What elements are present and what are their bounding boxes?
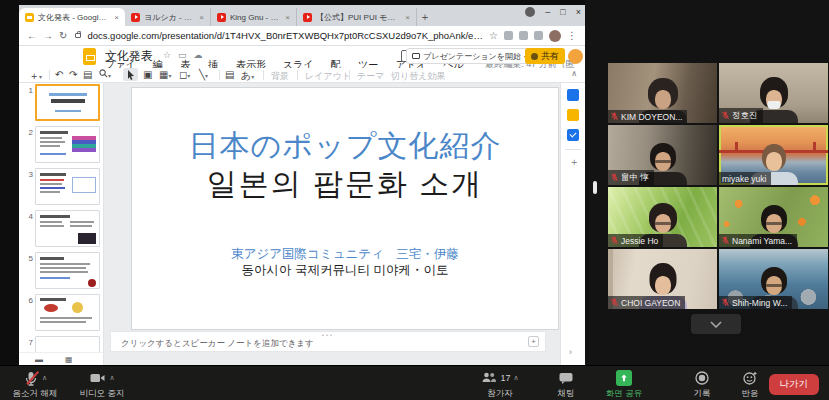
theme-button[interactable]: テーマ [357, 70, 384, 83]
slide-thumbnail-5[interactable] [35, 252, 100, 289]
reactions-button[interactable]: 반응 [730, 370, 770, 400]
keep-icon[interactable] [567, 109, 579, 121]
video-options-caret[interactable]: ∧ [109, 374, 114, 382]
participants-options-caret[interactable]: ∧ [513, 374, 518, 382]
slide-thumbnail-6[interactable] [35, 294, 100, 331]
tab-youtube-3[interactable]: 【公式】PUI PUI モルカー 第1話 × [297, 8, 417, 26]
window-close-button[interactable]: × [576, 7, 581, 17]
forward-icon[interactable]: → [43, 30, 53, 41]
glasses [765, 284, 782, 288]
slides-doc-icon[interactable] [83, 48, 96, 65]
bookmark-star-icon[interactable]: ☆ [489, 30, 498, 41]
record-button[interactable]: 기록 [682, 370, 722, 400]
share-screen-button[interactable]: 화면 공유 [596, 370, 652, 400]
tab-close-icon[interactable]: × [114, 13, 119, 22]
unmute-button[interactable]: ∧ 음소거 해제 [6, 370, 64, 400]
reactions-icon [742, 370, 758, 386]
participant-tile-active-speaker[interactable]: miyake yuki [719, 125, 828, 185]
tasks-icon[interactable] [567, 129, 579, 141]
tab-youtube-2[interactable]: King Gnu - 三文小説 - YouTube × [211, 8, 297, 26]
leave-meeting-button[interactable]: 나가기 [769, 374, 820, 395]
participant-tile[interactable]: KIM DOYEON... [608, 63, 717, 123]
camera-icon [89, 370, 106, 386]
text-style-icon[interactable]: あ▾ [241, 69, 254, 83]
extension-icon[interactable] [504, 31, 513, 40]
speaker-notes[interactable]: ••• クリックするとスピーカー ノートを追加できます + [110, 331, 546, 352]
workspace-side-rail: ＋ › [560, 83, 585, 365]
extension-icon[interactable] [534, 31, 543, 40]
chat-button[interactable]: 채팅 [546, 370, 586, 400]
participant-tile[interactable]: Jessie Ho [608, 187, 717, 247]
tab-close-icon[interactable]: × [405, 13, 410, 22]
slide-title-korean[interactable]: 일본의 팝문화 소개 [132, 164, 558, 205]
participant-tile[interactable]: Nanami Yama... [719, 187, 828, 247]
participant-name: Jessie Ho [621, 236, 658, 246]
textbox-tool-icon[interactable]: ▣ [143, 69, 152, 80]
notes-drag-handle[interactable]: ••• [322, 332, 334, 338]
grid-view-icon[interactable]: ▦ [65, 355, 73, 364]
slide-thumbnail-4[interactable] [35, 210, 100, 247]
image-tool-icon[interactable]: ▦▾ [159, 69, 171, 80]
comment-tool-icon[interactable]: ▤ [225, 69, 234, 80]
hide-panel-icon[interactable]: › [569, 347, 572, 357]
presentation-icon [412, 53, 420, 59]
google-slides-icon [25, 13, 34, 22]
face-mask [767, 101, 780, 109]
slide-subtitle-korean[interactable]: 동아시아 국제커뮤니티 미야케・이토 [132, 262, 558, 279]
tab-close-icon[interactable]: × [285, 13, 290, 22]
muted-mic-icon [722, 236, 729, 245]
url-text[interactable]: docs.google.com/presentation/d/1T4HVX_B0… [87, 30, 483, 41]
slide-number: 4 [23, 212, 33, 221]
mic-options-caret[interactable]: ∧ [42, 374, 47, 382]
muted-mic-icon [611, 112, 618, 121]
back-icon[interactable]: ← [27, 30, 37, 41]
calendar-icon[interactable] [567, 89, 579, 101]
reload-icon[interactable]: ↻ [59, 30, 67, 41]
participant-tile[interactable]: Shih-Ming W... [719, 249, 828, 309]
tab-close-icon[interactable]: × [199, 13, 204, 22]
undo-icon[interactable]: ↶ [55, 69, 63, 80]
slide-thumbnail-2[interactable] [35, 126, 100, 163]
print-icon[interactable]: ▤ [83, 69, 92, 80]
transition-button[interactable]: 切り替え効果 [391, 70, 445, 83]
filmstrip-view-icon[interactable]: ▬ [35, 355, 43, 364]
new-tab-button[interactable]: + [417, 8, 433, 26]
tab-slides[interactable]: 文化発表 - Google スライド × [19, 8, 125, 26]
slide-subtitle-japanese[interactable]: 東アジア国際コミュニティ 三宅・伊藤 [132, 246, 558, 263]
start-presentation-button[interactable]: プレゼンテーションを開始▾ [406, 48, 533, 64]
add-addon-icon[interactable]: ＋ [569, 155, 579, 169]
collapse-toolbar-icon[interactable]: ∧ [571, 69, 577, 78]
participant-tile[interactable]: 畠中 惇 [608, 125, 717, 185]
window-maximize-button[interactable]: □ [560, 7, 565, 17]
browser-profile-icon[interactable] [525, 7, 535, 17]
tab-title: 文化発表 - Google スライド [38, 12, 110, 23]
participants-button[interactable]: 17 ∧ 참가자 [468, 370, 532, 400]
slide-thumbnail-1[interactable] [35, 84, 100, 121]
window-minimize-button[interactable]: – [545, 7, 550, 17]
new-slide-button[interactable]: ＋▾ [29, 69, 42, 83]
participant-tile[interactable]: 정호진 [719, 63, 828, 123]
line-tool-icon[interactable]: ╲▾ [199, 69, 208, 80]
background-button[interactable]: 背景 [271, 70, 289, 83]
share-button[interactable]: 共有 [525, 48, 565, 64]
layout-button[interactable]: レイアウト [305, 70, 351, 83]
current-slide[interactable]: 日本のポップ文化紹介 일본의 팝문화 소개 東アジア国際コミュニティ 三宅・伊藤… [131, 87, 559, 330]
chrome-menu-icon[interactable]: ⋮ [567, 30, 577, 41]
shape-tool-icon[interactable]: ◻▾ [179, 69, 190, 80]
slide-title-japanese[interactable]: 日本のポップ文化紹介 [132, 126, 558, 167]
extension-icon[interactable] [519, 31, 528, 40]
redo-icon[interactable]: ↷ [69, 69, 77, 80]
chevron-down-icon [710, 321, 722, 328]
zoom-tool-icon[interactable]: ▾ [99, 69, 111, 80]
notes-add-icon[interactable]: + [528, 336, 539, 347]
stop-video-button[interactable]: ∧ 비디오 중지 [70, 370, 134, 400]
participant-name-tag: 정호진 [719, 108, 763, 123]
tab-youtube-1[interactable]: ヨルシカ - だから僕は音楽を辞めた × [125, 8, 211, 26]
collapse-video-grid-button[interactable] [691, 314, 741, 334]
panel-resize-handle[interactable] [593, 181, 597, 194]
participant-tile[interactable]: CHOI GAYEON [608, 249, 717, 309]
account-avatar[interactable] [568, 49, 583, 64]
slide-thumbnail-3[interactable] [35, 168, 100, 205]
chrome-avatar[interactable] [549, 30, 561, 42]
select-tool-active[interactable] [123, 68, 138, 81]
